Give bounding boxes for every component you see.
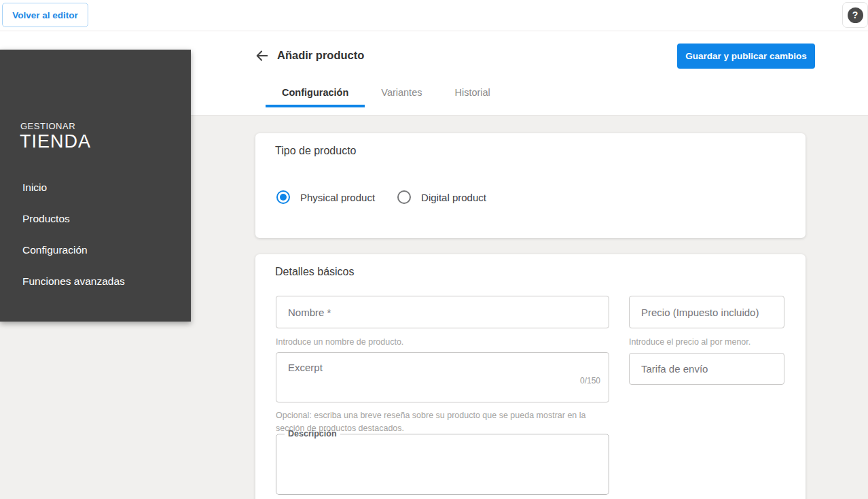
sidebar-eyebrow: GESTIONAR: [20, 121, 75, 131]
topbar: Volver al editor ?: [0, 0, 868, 31]
radio-physical-product[interactable]: Physical product: [276, 190, 375, 204]
tab-historial[interactable]: Historial: [438, 81, 506, 107]
product-type-options: Physical product Digital product: [276, 190, 486, 204]
product-name-input[interactable]: [276, 296, 609, 328]
shipping-rate-input[interactable]: [629, 353, 784, 385]
tab-bar: Configuración Variantes Historial: [266, 81, 507, 107]
radio-digital-label: Digital product: [421, 192, 486, 203]
back-arrow-icon[interactable]: [255, 48, 270, 63]
back-to-editor-button[interactable]: Volver al editor: [2, 3, 88, 27]
tab-configuracion[interactable]: Configuración: [266, 81, 365, 107]
excerpt-character-counter: 0/150: [580, 376, 600, 385]
description-label: Descripción: [285, 429, 340, 438]
save-publish-button[interactable]: Guardar y publicar cambios: [677, 44, 815, 69]
radio-selected-icon[interactable]: [276, 190, 290, 204]
price-input[interactable]: [629, 296, 784, 328]
sidebar-item-configuracion[interactable]: Configuración: [0, 235, 191, 266]
basic-details-card: Detalles básicos Introduce un nombre de …: [255, 254, 806, 499]
excerpt-field: 0/150: [276, 352, 609, 402]
sidebar-nav: Inicio Productos Configuración Funciones…: [0, 172, 191, 297]
name-helper-text: Introduce un nombre de producto.: [276, 336, 403, 349]
price-helper-text: Introduce el precio al por menor.: [629, 336, 751, 349]
help-button[interactable]: ?: [842, 2, 868, 28]
radio-digital-product[interactable]: Digital product: [397, 190, 486, 204]
product-type-card: Tipo de producto Physical product Digita…: [255, 133, 806, 238]
sidebar-title: TIENDA: [20, 131, 91, 152]
sidebar-item-funciones-avanzadas[interactable]: Funciones avanzadas: [0, 266, 191, 297]
description-field: Descripción: [276, 429, 609, 495]
tab-variantes[interactable]: Variantes: [365, 81, 438, 107]
question-mark-icon: ?: [848, 7, 863, 23]
description-textarea[interactable]: [276, 438, 609, 489]
basic-details-title: Detalles básicos: [275, 266, 355, 278]
sidebar-item-productos[interactable]: Productos: [0, 203, 191, 235]
sidebar-item-inicio[interactable]: Inicio: [0, 172, 191, 203]
excerpt-textarea[interactable]: [276, 353, 609, 384]
radio-unselected-icon[interactable]: [397, 190, 411, 204]
radio-physical-label: Physical product: [300, 192, 375, 203]
sidebar: GESTIONAR TIENDA Inicio Productos Config…: [0, 50, 191, 322]
product-type-title: Tipo de producto: [275, 145, 356, 157]
page-title: Añadir producto: [277, 49, 364, 62]
